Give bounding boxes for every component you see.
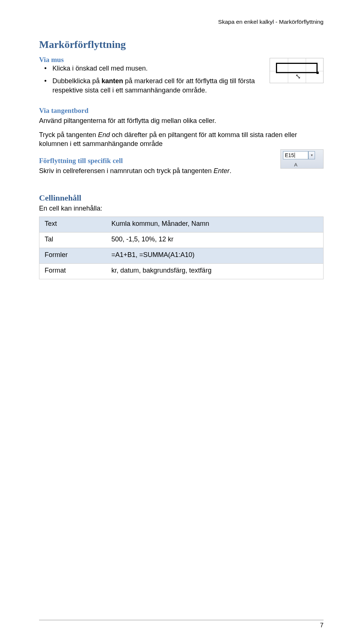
table-row: Formler =A1+B1, =SUMMA(A1:A10) (39, 248, 324, 264)
table-cell-key: Format (39, 264, 106, 279)
text-cursor-icon (295, 153, 295, 158)
heading-specifik-cell: Förflyttning till specifik cell (39, 157, 273, 165)
table-row: Tal 500, -1,5, 10%, 12 kr (39, 232, 324, 248)
heading-via-tangentbord: Via tangentbord (39, 107, 324, 115)
table-cell-key: Tal (39, 232, 106, 248)
name-box-input: E15 (283, 151, 308, 159)
list-item: Klicka i önskad cell med musen. (52, 64, 262, 73)
figure-name-box: E15 ▾ A (280, 149, 324, 169)
paragraph: Skriv in cellreferensen i namnrutan och … (39, 166, 273, 175)
text-bold: kanten (102, 77, 123, 85)
heading-via-mus: Via mus (39, 56, 262, 64)
selection-box-icon (276, 63, 318, 73)
page-title: Markörförflyttning (39, 39, 324, 51)
table-cell-value: 500, -1,5, 10%, 12 kr (106, 232, 324, 248)
page-footer: 7 (39, 620, 324, 629)
table-cell-value: =A1+B1, =SUMMA(A1:A10) (106, 248, 324, 264)
content-type-table: Text Kumla kommun, Månader, Namn Tal 500… (39, 217, 324, 279)
table-cell-value: kr, datum, bakgrundsfärg, textfärg (106, 264, 324, 279)
dropdown-icon: ▾ (308, 151, 315, 159)
fill-handle-icon (316, 72, 319, 74)
footer-rule (39, 620, 324, 620)
heading-cellinnehall: Cellinnehåll (39, 193, 324, 203)
paragraph: Använd piltangenterna för att förflytta … (39, 116, 324, 125)
text: Tryck på tangenten (39, 131, 98, 139)
via-mus-list: Klicka i önskad cell med musen. Dubbelkl… (39, 64, 262, 95)
text: . (229, 167, 231, 175)
text: Dubbelklicka på (52, 77, 102, 85)
text: Skriv in cellreferensen i namnrutan och … (39, 167, 213, 175)
column-header-label: A (294, 162, 298, 167)
table-cell-key: Formler (39, 248, 106, 264)
paragraph: En cell kan innehålla: (39, 204, 324, 213)
text-italic: Enter (213, 167, 229, 175)
table-row: Text Kumla kommun, Månader, Namn (39, 217, 324, 232)
paragraph: Tryck på tangenten End och därefter på e… (39, 130, 324, 149)
page-number: 7 (39, 622, 324, 629)
figure-cell-selection: ⤡ (270, 58, 324, 83)
list-item: Dubbelklicka på kanten på markerad cell … (52, 77, 262, 95)
text: Klicka i önskad cell med musen. (52, 65, 148, 72)
name-box-value: E15 (285, 152, 294, 158)
page-header: Skapa en enkel kalkyl - Markörförflyttni… (39, 19, 324, 25)
text-italic: End (98, 131, 110, 139)
table-cell-value: Kumla kommun, Månader, Namn (106, 217, 324, 232)
cursor-icon: ⤡ (295, 73, 301, 80)
table-row: Format kr, datum, bakgrundsfärg, textfär… (39, 264, 324, 279)
table-cell-key: Text (39, 217, 106, 232)
